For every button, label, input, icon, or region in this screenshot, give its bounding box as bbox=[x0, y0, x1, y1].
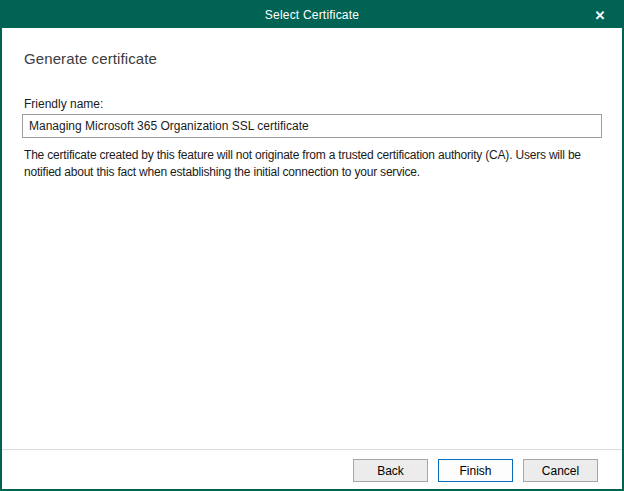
finish-button[interactable]: Finish bbox=[438, 459, 513, 482]
page-title: Generate certificate bbox=[24, 50, 157, 67]
cancel-button[interactable]: Cancel bbox=[523, 459, 598, 482]
titlebar[interactable]: Select Certificate ✕ bbox=[2, 2, 622, 28]
select-certificate-dialog: Select Certificate ✕ Generate certificat… bbox=[0, 0, 624, 491]
certificate-note-text: The certificate created by this feature … bbox=[24, 147, 604, 181]
dialog-title: Select Certificate bbox=[265, 8, 359, 22]
back-button[interactable]: Back bbox=[353, 459, 428, 482]
footer-divider bbox=[2, 449, 622, 450]
friendly-name-label: Friendly name: bbox=[24, 97, 103, 111]
friendly-name-input[interactable] bbox=[22, 114, 602, 138]
close-icon[interactable]: ✕ bbox=[578, 2, 622, 28]
